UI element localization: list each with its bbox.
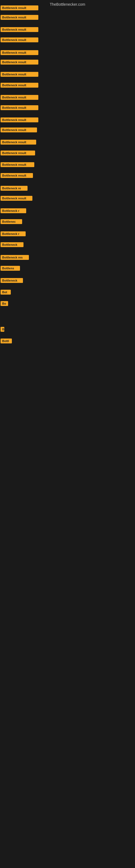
bottleneck-badge: Bottleneck result [1,37,38,42]
bottleneck-badge: Bottlens [1,266,20,271]
bottleneck-item: Bottleneck result [1,162,34,168]
bottleneck-badge: Bottleneck result [1,50,38,55]
bottleneck-badge: Bottl [1,339,12,343]
bottleneck-item: Bottleneck result [1,95,38,101]
bottleneck-item: Bottleneck result [1,50,38,56]
bottleneck-badge: Bottleneck result [1,72,38,77]
bottleneck-badge: Bottleneck r [1,208,26,213]
bottleneck-badge: Bot [1,290,11,294]
bottleneck-badge: Bottleneck result [1,162,34,167]
bottleneck-item: Bottl [1,339,12,344]
bottleneck-item: Bottleneck result [1,27,38,33]
bottleneck-badge: Bottleneck r [1,231,26,236]
bottleneck-item: Bottleneck result [1,83,38,89]
bottleneck-item: Bottleneck [1,278,23,284]
bottleneck-badge: Bottleneck re [1,186,28,191]
bottleneck-item: Bottlenec [1,219,22,225]
bottleneck-item: B [1,327,4,333]
page-wrapper: TheBottlenecker.com Bottleneck resultBot… [0,0,135,868]
bottleneck-item: Bottleneck result [1,72,38,78]
bottleneck-item: Bottleneck result [1,105,38,111]
bottleneck-item: Bottleneck r [1,208,26,214]
bottleneck-badge: Bottleneck result [1,15,38,20]
bottleneck-item: Bottleneck re [1,186,28,192]
bottleneck-item: Bottleneck result [1,118,38,123]
bottleneck-badge: Bottlenec [1,219,22,224]
bottleneck-item: Bottlens [1,266,20,272]
bottleneck-item: Bottleneck result [1,140,36,146]
bottleneck-item: Bottleneck result [1,15,38,21]
bottleneck-item: Bot [1,290,11,296]
bottleneck-item: Bottleneck result [1,127,37,133]
bottleneck-badge: Bottleneck result [1,83,38,88]
bottleneck-badge: B [1,327,4,332]
bottleneck-item: Bottleneck result [1,173,33,179]
bottleneck-badge: Bottleneck result [1,105,38,110]
bottleneck-item: Bottleneck r [1,231,26,237]
bottleneck-item: Bottleneck result [1,5,38,11]
bottleneck-item: Bottleneck [1,242,24,248]
bottleneck-badge: Bottleneck result [1,151,35,155]
bottleneck-badge: Bottleneck result [1,196,32,201]
bottleneck-item: Bo [1,301,8,307]
bottleneck-badge: Bo [1,301,8,306]
bottleneck-badge: Bottleneck result [1,27,38,32]
bottleneck-badge: Bottleneck result [1,60,38,65]
bottleneck-badge: Bottleneck [1,278,23,283]
bottleneck-badge: Bottleneck [1,242,24,247]
bottleneck-badge: Bottleneck result [1,95,38,100]
bottleneck-badge: Bottleneck result [1,140,36,145]
bottleneck-badge: Bottleneck res [1,255,29,260]
bottleneck-item: Bottleneck result [1,196,32,202]
bottleneck-badge: Bottleneck result [1,127,37,132]
bottleneck-badge: Bottleneck result [1,118,38,122]
bottleneck-item: Bottleneck result [1,60,38,66]
bottleneck-item: Bottleneck res [1,255,29,261]
bottleneck-item: Bottleneck result [1,37,38,43]
bottleneck-item: Bottleneck result [1,151,35,156]
bottleneck-badge: Bottleneck result [1,5,38,10]
bottleneck-badge: Bottleneck result [1,173,33,178]
